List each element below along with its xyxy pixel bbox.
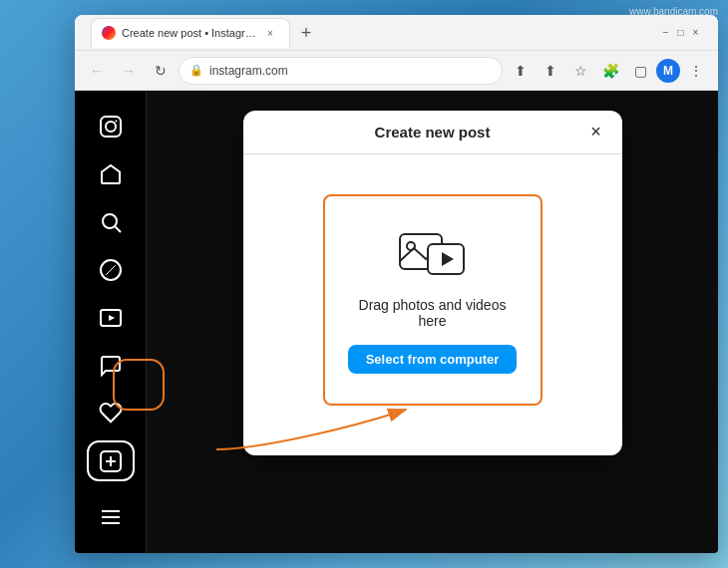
svg-line-4 (115, 226, 121, 232)
refresh-button[interactable]: ↻ (147, 57, 175, 85)
svg-rect-0 (101, 117, 121, 137)
select-from-computer-button[interactable]: Select from computer (348, 345, 518, 374)
tab-title: Create new post • Instagram (122, 27, 257, 39)
browser-window: Create new post • Instagram × + − □ × ← … (75, 15, 718, 553)
svg-point-1 (106, 122, 116, 132)
browser-content: Create new post × (75, 91, 718, 553)
tab-bar: Create new post • Instagram × + (83, 18, 655, 48)
create-post-modal: Create new post × (243, 111, 622, 455)
modal-title: Create new post (375, 124, 491, 141)
lock-icon: 🔒 (189, 64, 203, 77)
sidebar-item-notifications[interactable] (87, 394, 135, 433)
svg-marker-6 (106, 265, 115, 274)
window-controls: − □ × (659, 26, 702, 39)
url-text: instagram.com (209, 64, 492, 78)
svg-marker-8 (109, 315, 115, 321)
sidebar-item-messages[interactable] (87, 346, 135, 386)
drag-text: Drag photos and videos here (345, 297, 521, 329)
active-tab[interactable]: Create new post • Instagram × (91, 18, 290, 48)
sidebar-item-create[interactable] (87, 440, 135, 481)
share-button[interactable]: ⬆ (507, 57, 535, 85)
sidebar-item-explore[interactable] (87, 250, 135, 290)
sidebar-item-more[interactable] (87, 497, 135, 537)
cast-button[interactable]: ▢ (626, 57, 654, 85)
upload-zone[interactable]: Drag photos and videos here Select from … (323, 194, 543, 406)
address-bar: ← → ↻ 🔒 instagram.com ⬆ ⬆ ☆ 🧩 ▢ M ⋮ (75, 51, 718, 91)
tab-close-button[interactable]: × (263, 26, 277, 40)
extensions-button[interactable]: 🧩 (596, 57, 624, 85)
instagram-sidebar (75, 91, 147, 553)
profile-avatar[interactable]: M (656, 59, 680, 83)
browser-title-bar: Create new post • Instagram × + − □ × (75, 15, 718, 51)
sidebar-item-reels[interactable] (87, 298, 135, 338)
new-tab-button[interactable]: + (292, 20, 320, 48)
forward-button[interactable]: → (115, 57, 143, 85)
sidebar-item-search[interactable] (87, 202, 135, 242)
toolbar-icons: ⬆ ⬆ ☆ 🧩 ▢ M ⋮ (507, 57, 710, 85)
ig-logo (87, 107, 135, 146)
modal-header: Create new post × (243, 111, 622, 154)
maximize-button[interactable]: □ (674, 26, 687, 39)
bookmark-button[interactable]: ☆ (566, 57, 594, 85)
menu-button[interactable]: ⋮ (682, 57, 710, 85)
url-bar[interactable]: 🔒 instagram.com (179, 57, 503, 85)
minimize-button[interactable]: − (659, 26, 672, 39)
sidebar-item-home[interactable] (87, 154, 135, 194)
share2-button[interactable]: ⬆ (537, 57, 564, 85)
back-button[interactable]: ← (83, 57, 111, 85)
instagram-main: Create new post × (147, 91, 718, 553)
upload-icons (398, 226, 468, 281)
modal-close-button[interactable]: × (582, 119, 610, 146)
close-button[interactable]: × (689, 26, 702, 39)
tab-favicon (102, 26, 116, 40)
svg-point-3 (103, 214, 117, 228)
bandicam-watermark: www.bandicam.com (629, 6, 718, 17)
svg-point-2 (115, 120, 117, 122)
modal-body: Drag photos and videos here Select from … (243, 154, 622, 455)
